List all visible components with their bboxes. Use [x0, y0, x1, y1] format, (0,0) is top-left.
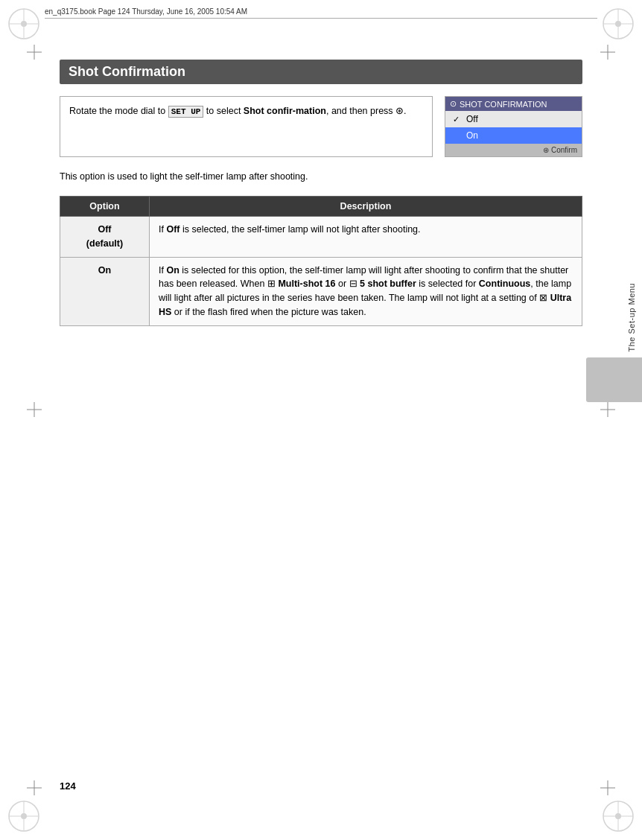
instruction-text-middle: to select: [203, 106, 244, 116]
description-text: This option is used to light the self-ti…: [60, 169, 582, 184]
menu-item-off: ✓ Off: [445, 111, 582, 127]
instruction-text-before: Rotate the mode dial to: [69, 106, 168, 116]
menu-confirm-bar: ⊛ Confirm: [445, 144, 582, 156]
menu-items: ✓ Off On: [445, 111, 582, 144]
option-off-default: (default): [86, 238, 123, 249]
menu-title-bar: ⊙ SHOT CONFIRMATION: [445, 97, 582, 111]
page-title: Shot Confirmation: [60, 60, 582, 84]
main-content: Shot Confirmation Rotate the mode dial t…: [60, 60, 582, 326]
sidebar-accent: [586, 357, 642, 402]
corner-decoration-bl: [6, 798, 42, 834]
crosshair-top-right: [600, 45, 615, 60]
instruction-text-end: .: [404, 106, 406, 116]
instruction-text-after: , and then press: [326, 106, 395, 116]
crosshair-bot-right: [600, 780, 615, 795]
desc-off: If Off is selected, the self-timer lamp …: [150, 217, 582, 258]
header-text: en_q3175.book Page 124 Thursday, June 16…: [45, 7, 247, 16]
menu-screenshot: ⊙ SHOT CONFIRMATION ✓ Off On ⊛ Confirm: [445, 96, 582, 157]
crosshair-top-left: [27, 45, 42, 60]
header-bar: en_q3175.book Page 124 Thursday, June 16…: [45, 7, 597, 19]
crosshair-mid-left: [27, 402, 42, 417]
col-header-description: Description: [150, 197, 582, 217]
table-row-off: Off(default) If Off is selected, the sel…: [60, 217, 582, 258]
menu-icon: ⊙: [450, 99, 457, 109]
menu-item-on-label: On: [466, 130, 478, 141]
menu-item-on: On: [445, 127, 582, 144]
col-header-option: Option: [60, 197, 150, 217]
instruction-box: Rotate the mode dial to SET UP to select…: [60, 96, 433, 157]
table-row-on: On If On is selected for this option, th…: [60, 257, 582, 325]
option-on: On: [60, 257, 150, 325]
page-number: 124: [60, 780, 76, 792]
option-name: Shot confir-mation: [244, 106, 326, 116]
checkmark-icon: ✓: [453, 115, 462, 124]
intro-section: Rotate the mode dial to SET UP to select…: [60, 96, 582, 157]
corner-decoration-tl: [6, 6, 42, 42]
options-table: Option Description Off(default) If Off i…: [60, 196, 582, 326]
menu-item-off-label: Off: [466, 114, 478, 124]
menu-title: SHOT CONFIRMATION: [460, 100, 547, 109]
desc-on: If On is selected for this option, the s…: [150, 257, 582, 325]
button-symbol: ⊛: [395, 106, 404, 116]
crosshair-bot-left: [27, 780, 42, 795]
corner-decoration-tr: [600, 6, 636, 42]
option-name-text: Shot confir-mation: [244, 106, 326, 116]
corner-decoration-br: [600, 798, 636, 834]
crosshair-mid-right: [600, 402, 615, 417]
setup-label: SET UP: [168, 106, 204, 118]
option-off: Off(default): [60, 217, 150, 258]
sidebar-label: The Set-up Menu: [627, 283, 636, 352]
